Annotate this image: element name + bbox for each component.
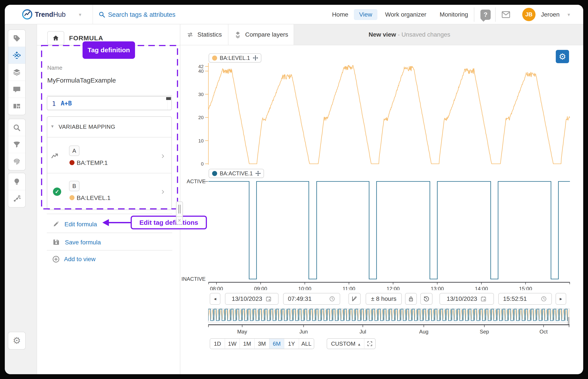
y-tick-label: 40 — [198, 68, 204, 74]
y-tick-label: 10 — [198, 138, 204, 143]
start-date-value: 13/10/2023 — [232, 295, 262, 302]
range-button-1m[interactable]: 1M — [240, 339, 255, 349]
nav-work-organizer[interactable]: Work organizer — [385, 5, 426, 24]
range-button-6m[interactable]: 6M — [269, 339, 284, 349]
splitter-collapse-button[interactable]: ✕ — [176, 217, 183, 224]
sidebar-item-nodes[interactable] — [8, 190, 25, 207]
comment-icon — [13, 85, 21, 94]
circle-plus-icon — [52, 255, 60, 263]
variable-mapping-header[interactable]: ▾ VARIABLE MAPPING — [47, 117, 171, 137]
name-label: Name — [47, 64, 62, 71]
save-formula-label[interactable]: Save formula — [65, 239, 101, 246]
nav-monitoring[interactable]: Monitoring — [440, 5, 468, 24]
month-tick-label: Aug — [419, 329, 429, 334]
nav-view[interactable]: View — [354, 9, 377, 20]
end-date-input[interactable]: 13/10/2023 — [439, 293, 494, 305]
time-tick-label: 15:00 — [519, 286, 532, 290]
edit-formula-label[interactable]: Edit formula — [64, 221, 97, 228]
compare-layers-button[interactable]: Compare layers — [229, 24, 294, 45]
app-window: TrendHub ▾ Search tags & attributes Home… — [5, 5, 583, 374]
formula-editor[interactable]: 1 A+B — [47, 96, 172, 110]
end-date-value: 13/10/2023 — [447, 295, 477, 302]
move-icon[interactable] — [255, 171, 261, 176]
context-timeline[interactable]: MayJunJulAugSepOct — [208, 308, 570, 335]
legend-chip-active[interactable]: BA:ACTIVE.1 — [209, 169, 264, 178]
trend-steps-icon — [351, 296, 358, 302]
add-to-view-label[interactable]: Add to view — [64, 256, 96, 263]
trend-charts[interactable]: 42403020100ACTIVEINACTIVE08:0009:0010:00… — [180, 45, 583, 290]
lock-range-button[interactable] — [405, 293, 417, 305]
chevron-right-icon[interactable] — [160, 153, 166, 159]
custom-range-button[interactable]: CUSTOM▴ — [327, 339, 364, 349]
start-date-input[interactable]: 13/10/2023 — [225, 293, 279, 305]
divider — [47, 250, 172, 251]
pencil-icon — [52, 220, 60, 228]
name-value[interactable]: MyFormulaTagExample — [47, 77, 116, 84]
divider — [47, 173, 171, 174]
history-button[interactable] — [420, 293, 433, 305]
variable-tag-name: BA:TEMP.1 — [77, 159, 108, 166]
splitter-drag-handle[interactable] — [176, 202, 183, 217]
sidebar-group — [8, 29, 26, 115]
sidebar-item-comment[interactable] — [8, 81, 25, 98]
user-name[interactable]: Jeroen — [541, 5, 560, 24]
sidebar-item-search[interactable] — [8, 119, 25, 136]
chart-settings-button[interactable]: ⚙ — [556, 50, 569, 63]
statistics-button[interactable]: Statistics — [180, 24, 229, 45]
trendhub-logo-icon — [22, 9, 33, 20]
fingerprint-icon — [13, 158, 21, 166]
range-button-1d[interactable]: 1D — [210, 339, 225, 349]
panel-home-button[interactable] — [47, 31, 64, 45]
sidebar-item-formula[interactable] — [8, 47, 25, 64]
variable-letter-badge: B — [69, 181, 79, 191]
variable-tag-name: BA:LEVEL.1 — [77, 194, 111, 202]
formula-expression[interactable]: A+B — [61, 100, 72, 107]
help-button[interactable]: ? — [480, 10, 491, 20]
sidebar-item-tag[interactable] — [8, 30, 25, 47]
save-icon — [52, 238, 60, 246]
step-back-button[interactable]: ◂ — [210, 293, 220, 305]
panel-splitter[interactable]: ✕ — [176, 202, 183, 224]
sidebar-item-filter[interactable] — [8, 136, 25, 153]
compare-layers-label: Compare layers — [245, 31, 288, 38]
end-time-value: 15:52:51 — [503, 295, 527, 302]
trend-mode-button[interactable] — [348, 293, 361, 305]
sidebar-item-layout[interactable] — [8, 98, 25, 115]
chevron-right-icon[interactable] — [160, 189, 166, 195]
time-tick-label: 13:00 — [431, 286, 444, 290]
range-button-all[interactable]: ALL — [299, 339, 314, 349]
range-button-1y[interactable]: 1Y — [284, 339, 299, 349]
context-series-pattern — [208, 309, 569, 322]
range-button-group: 1D1W1M3M6M1YALL — [210, 338, 314, 349]
range-button-1w[interactable]: 1W — [225, 339, 240, 349]
user-menu-caret-icon[interactable]: ▾ — [568, 5, 570, 24]
sidebar-item-fingerprint[interactable] — [8, 153, 25, 170]
legend-chip-level[interactable]: BA:LEVEL.1 — [209, 53, 261, 63]
home-icon — [52, 34, 60, 42]
expand-range-button[interactable] — [364, 339, 375, 349]
search-input[interactable]: Search tags & attributes — [108, 5, 175, 24]
brand-wordmark[interactable]: TrendHub — [35, 5, 65, 24]
edit-tag-definitions-callout: Edit tag definitions — [131, 216, 207, 229]
sidebar-item-layers[interactable] — [8, 64, 25, 81]
end-time-input[interactable]: 15:52:51 — [498, 293, 552, 305]
range-button-3m[interactable]: 3M — [255, 339, 269, 349]
sidebar-item-bulb[interactable] — [8, 173, 25, 190]
divider — [47, 95, 172, 96]
sidebar-item-gear[interactable]: ⚙ — [8, 332, 25, 349]
move-icon[interactable] — [253, 55, 258, 61]
search-icon[interactable] — [98, 11, 105, 18]
mail-icon[interactable] — [501, 10, 511, 19]
brand-caret-icon[interactable]: ▾ — [79, 5, 81, 24]
topbar-divider — [495, 7, 496, 22]
editor-scrollbar[interactable] — [168, 97, 171, 110]
y-tick-label: 30 — [198, 92, 204, 97]
avatar[interactable]: JB — [522, 8, 536, 21]
expand-icon — [367, 341, 373, 347]
start-time-input[interactable]: 07:49:31 — [283, 293, 340, 305]
time-tick-label: 14:00 — [475, 286, 488, 290]
step-forward-button[interactable]: ▸ — [556, 293, 566, 305]
trend-line-icon — [51, 152, 60, 160]
duration-button[interactable]: ± 8 hours — [366, 293, 402, 305]
nav-home[interactable]: Home — [332, 5, 348, 24]
